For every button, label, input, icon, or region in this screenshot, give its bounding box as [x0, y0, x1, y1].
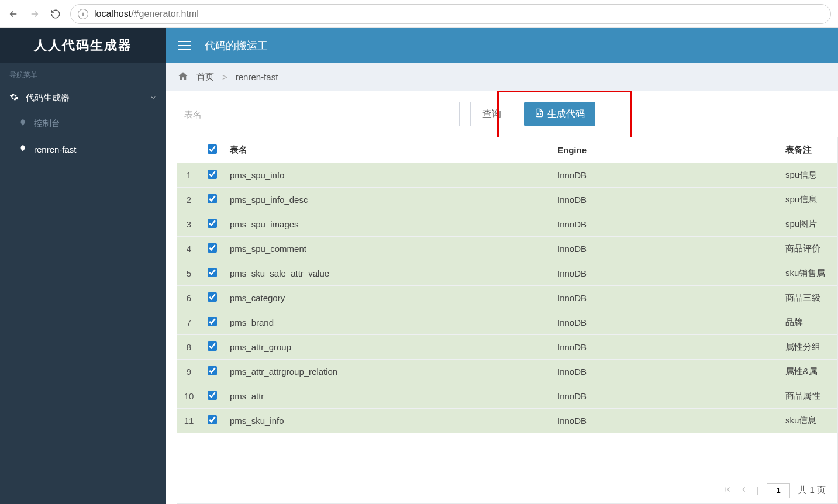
- row-index: 7: [177, 310, 201, 335]
- cell-name: pms_sku_info: [224, 409, 551, 433]
- cell-engine: InnoDB: [551, 360, 780, 384]
- first-page-icon[interactable]: [723, 485, 732, 495]
- table-row[interactable]: 10pms_attrInnoDB商品属性: [177, 384, 838, 409]
- rocket-icon: [19, 119, 27, 129]
- rocket-icon: [19, 144, 27, 154]
- col-index: [177, 137, 201, 163]
- nav-section-label: 导航菜单: [0, 63, 166, 85]
- row-checkbox[interactable]: [208, 391, 217, 400]
- breadcrumb-current: renren-fast: [236, 72, 278, 82]
- table-row[interactable]: 5pms_sku_sale_attr_valueInnoDBsku销售属: [177, 261, 838, 286]
- row-checkbox[interactable]: [208, 194, 217, 203]
- row-checkbox[interactable]: [208, 317, 217, 326]
- cell-name: pms_spu_info: [224, 163, 551, 188]
- breadcrumb: 首页 > renren-fast: [166, 63, 838, 91]
- pager: | 共 1 页: [177, 477, 837, 503]
- tables-grid: 表名 Engine 表备注 1pms_spu_infoInnoDBspu信息2p…: [177, 137, 838, 433]
- file-code-icon: [534, 108, 544, 120]
- brand-title: 人人代码生成器: [0, 28, 166, 63]
- row-checkbox[interactable]: [208, 219, 217, 228]
- table-row[interactable]: 8pms_attr_groupInnoDB属性分组: [177, 335, 838, 360]
- topbar-slogan: 代码的搬运工: [205, 39, 268, 53]
- sidebar-item-generator[interactable]: 代码生成器: [0, 85, 166, 111]
- row-checkbox[interactable]: [208, 243, 217, 253]
- cell-name: pms_category: [224, 286, 551, 310]
- sidebar-item-renren-fast[interactable]: renren-fast: [0, 136, 166, 162]
- table-row[interactable]: 2pms_spu_info_descInnoDBspu信息: [177, 188, 838, 212]
- col-engine-header[interactable]: Engine: [551, 137, 780, 163]
- table-row[interactable]: 7pms_brandInnoDB品牌: [177, 310, 838, 335]
- col-name-header[interactable]: 表名: [224, 137, 551, 163]
- cell-remark: 属性&属: [780, 360, 838, 384]
- forward-icon[interactable]: [28, 8, 41, 20]
- browser-toolbar: i localhost/#generator.html: [0, 0, 838, 28]
- row-index: 11: [177, 409, 201, 433]
- table-row[interactable]: 6pms_categoryInnoDB商品三级: [177, 286, 838, 310]
- url-host: localhost: [94, 9, 131, 19]
- cell-remark: 商品评价: [780, 237, 838, 261]
- cell-remark: spu图片: [780, 212, 838, 237]
- cell-engine: InnoDB: [551, 237, 780, 261]
- select-all-checkbox[interactable]: [208, 144, 217, 154]
- cell-remark: 品牌: [780, 310, 838, 335]
- cell-engine: InnoDB: [551, 335, 780, 360]
- url-path: /#generator.html: [131, 9, 199, 19]
- table-row[interactable]: 11pms_sku_infoInnoDBsku信息: [177, 409, 838, 433]
- row-checkbox[interactable]: [208, 415, 217, 424]
- url-bar[interactable]: i localhost/#generator.html: [70, 4, 831, 24]
- row-index: 3: [177, 212, 201, 237]
- query-button[interactable]: 查询: [470, 102, 513, 126]
- search-input[interactable]: [177, 102, 460, 126]
- home-icon[interactable]: [178, 71, 188, 83]
- cell-engine: InnoDB: [551, 286, 780, 310]
- cell-engine: InnoDB: [551, 163, 780, 188]
- generate-button-label: 生成代码: [547, 108, 585, 120]
- row-checkbox[interactable]: [208, 366, 217, 375]
- sidebar-item-console[interactable]: 控制台: [0, 111, 166, 136]
- cell-name: pms_brand: [224, 310, 551, 335]
- generate-button[interactable]: 生成代码: [524, 102, 595, 126]
- breadcrumb-home[interactable]: 首页: [196, 71, 214, 82]
- cell-remark: 商品三级: [780, 286, 838, 310]
- col-remark-header[interactable]: 表备注: [780, 137, 838, 163]
- table-row[interactable]: 9pms_attr_attrgroup_relationInnoDB属性&属: [177, 360, 838, 384]
- cell-name: pms_attr_group: [224, 335, 551, 360]
- prev-page-icon[interactable]: [740, 485, 748, 495]
- table-row[interactable]: 4pms_spu_commentInnoDB商品评价: [177, 237, 838, 261]
- cell-name: pms_spu_images: [224, 212, 551, 237]
- cell-remark: 属性分组: [780, 335, 838, 360]
- chevron-down-icon: [150, 93, 157, 103]
- back-icon[interactable]: [7, 8, 20, 20]
- table-row[interactable]: 3pms_spu_imagesInnoDBspu图片: [177, 212, 838, 237]
- cell-name: pms_spu_comment: [224, 237, 551, 261]
- row-index: 4: [177, 237, 201, 261]
- cell-engine: InnoDB: [551, 409, 780, 433]
- cell-engine: InnoDB: [551, 188, 780, 212]
- cell-name: pms_attr_attrgroup_relation: [224, 360, 551, 384]
- site-info-icon[interactable]: i: [78, 9, 88, 19]
- table-container: 表名 Engine 表备注 1pms_spu_infoInnoDBspu信息2p…: [177, 137, 838, 504]
- sidebar-item-label: 代码生成器: [26, 92, 70, 103]
- page-input[interactable]: [767, 483, 790, 498]
- sidebar: 人人代码生成器 导航菜单 代码生成器 控制台 renren-fast: [0, 28, 166, 504]
- cell-remark: sku销售属: [780, 261, 838, 286]
- row-index: 10: [177, 384, 201, 409]
- row-checkbox[interactable]: [208, 292, 217, 302]
- row-index: 9: [177, 360, 201, 384]
- row-index: 8: [177, 335, 201, 360]
- row-checkbox[interactable]: [208, 170, 217, 179]
- cell-engine: InnoDB: [551, 261, 780, 286]
- row-index: 1: [177, 163, 201, 188]
- cell-remark: spu信息: [780, 163, 838, 188]
- page-total: 共 1 页: [798, 485, 826, 496]
- row-index: 2: [177, 188, 201, 212]
- reload-icon[interactable]: [49, 8, 62, 20]
- table-row[interactable]: 1pms_spu_infoInnoDBspu信息: [177, 163, 838, 188]
- toolbar: 查询 生成代码: [177, 102, 838, 126]
- menu-toggle-icon[interactable]: [178, 41, 191, 50]
- row-index: 6: [177, 286, 201, 310]
- cell-engine: InnoDB: [551, 310, 780, 335]
- row-checkbox[interactable]: [208, 341, 217, 351]
- row-checkbox[interactable]: [208, 268, 217, 277]
- gear-icon: [9, 92, 19, 103]
